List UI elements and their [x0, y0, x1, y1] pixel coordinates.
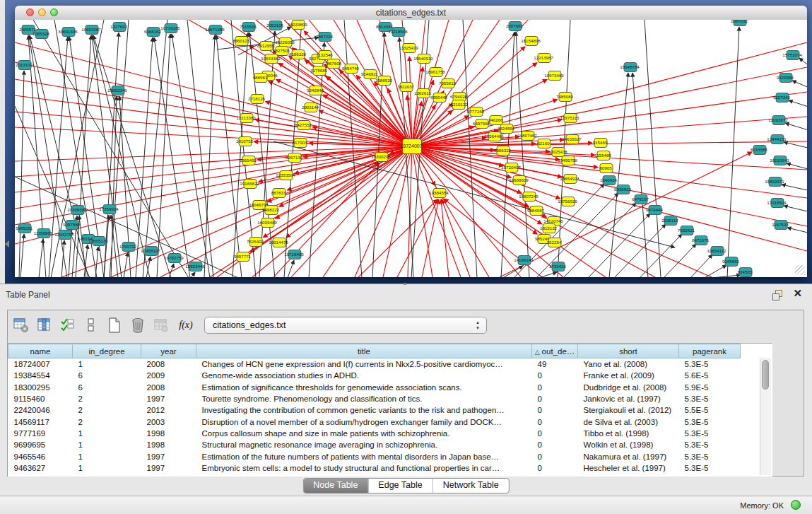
table-cell[interactable]: Franke et al. (2009)	[578, 370, 679, 381]
table-cell[interactable]: Embryonic stem cells: a model to study s…	[196, 462, 532, 474]
table-cell[interactable]: 2	[73, 393, 141, 404]
graph-node[interactable]: 1733426	[549, 262, 567, 271]
table-row[interactable]: 911546021997Tourette syndrome. Phenomeno…	[8, 393, 741, 404]
graph-node[interactable]: 19756928	[558, 197, 577, 206]
table-scrollbar[interactable]	[760, 358, 771, 475]
table-row[interactable]: 969969511998Structural magnetic resonanc…	[8, 439, 741, 450]
table-cell[interactable]: Nakamura et al. (1997)	[578, 450, 679, 462]
table-cell[interactable]: 5.3E-5	[679, 462, 741, 474]
graph-node[interactable]: 6466162	[144, 28, 162, 37]
table-cell[interactable]: Yano et al. (2008)	[578, 358, 679, 370]
graph-node[interactable]: 16961758	[425, 68, 445, 77]
graph-node[interactable]: 8938923	[614, 185, 632, 194]
table-select-dropdown[interactable]: citations_edges.txt ▲▼	[204, 317, 487, 334]
graph-node[interactable]: 2867608	[324, 59, 342, 69]
table-cell[interactable]: Investigating the contribution of common…	[196, 404, 532, 416]
graph-node[interactable]: 10543382	[261, 54, 281, 64]
row-height-icon[interactable]	[83, 317, 99, 333]
graph-node[interactable]: 2803144	[302, 103, 319, 112]
graph-node[interactable]: 30691406	[58, 28, 78, 37]
graph-node[interactable]: 18724007	[400, 139, 422, 154]
graph-node[interactable]: 924565	[738, 268, 753, 277]
graph-node[interactable]: 746266	[488, 116, 503, 125]
graph-node[interactable]: 7625402	[247, 238, 264, 247]
graph-node[interactable]: 8912955	[257, 42, 275, 51]
table-cell[interactable]: 49	[532, 358, 578, 370]
graph-node[interactable]: 9227343	[773, 93, 791, 103]
table-row[interactable]: 1456911722003Disruption of a novel membe…	[8, 416, 741, 427]
graph-node[interactable]: 2053106	[266, 21, 284, 30]
graph-node[interactable]: 9684067	[527, 206, 545, 216]
graph-node[interactable]: 20206586	[67, 206, 87, 215]
table-cell[interactable]: 2009	[141, 370, 196, 381]
table-cell[interactable]: Genome-wide association studies in ADHD.	[196, 370, 532, 381]
table-cell[interactable]: Tourette syndrome. Phenomenology and cla…	[196, 393, 532, 404]
table-cell[interactable]: Tibbo et al. (1998)	[578, 428, 679, 439]
table-cell[interactable]: 1	[73, 439, 141, 450]
table-cell[interactable]: 1	[73, 428, 141, 439]
graph-node[interactable]: 1155489	[594, 151, 611, 160]
graph-node[interactable]: 29053346	[107, 86, 127, 95]
graph-node[interactable]: 8660123	[233, 37, 250, 46]
table-row[interactable]: 1830029562008Estimation of significance …	[8, 382, 741, 393]
table-cell[interactable]: 2	[73, 416, 141, 427]
table-cell[interactable]: 1	[73, 450, 141, 462]
graph-node[interactable]: 1327602	[110, 23, 128, 32]
graph-node[interactable]: 6497568	[473, 119, 490, 129]
table-cell[interactable]: 18300295	[8, 382, 73, 393]
graph-node[interactable]: 1810755	[236, 137, 254, 146]
table-cell[interactable]: 5.6E-5	[679, 370, 741, 381]
graph-node[interactable]: 988961	[253, 74, 268, 83]
table-row[interactable]: 946362711997Embryonic stem cells: a mode…	[8, 462, 741, 474]
graph-node[interactable]: 14635627	[562, 135, 582, 144]
table-mode-icon[interactable]	[13, 317, 29, 333]
graph-node[interactable]: 12444151	[767, 135, 787, 144]
graph-node[interactable]: 2935114	[661, 216, 678, 226]
graph-node[interactable]: 7857224	[316, 33, 334, 42]
create-table-icon[interactable]	[107, 317, 122, 333]
table-cell[interactable]: 2003	[141, 416, 196, 427]
column-header-in_degree[interactable]: in_degree	[73, 344, 141, 358]
window-titlebar[interactable]: citations_edges.txt	[15, 6, 807, 21]
table-cell[interactable]: Stergiakouli et al. (2012)	[578, 404, 679, 416]
graph-node[interactable]: 2013100	[16, 61, 33, 70]
graph-node[interactable]: 8990448	[430, 93, 448, 103]
graph-node[interactable]: 8186328	[289, 50, 307, 59]
graph-node[interactable]: 14196141	[514, 256, 534, 265]
table-cell[interactable]: 1998	[141, 439, 196, 450]
table-cell[interactable]: Structural magnetic resonance image aver…	[196, 439, 532, 450]
table-cell[interactable]: 0	[532, 428, 578, 439]
graph-node[interactable]: 15716485	[284, 250, 304, 259]
graph-node[interactable]: 7986322	[494, 146, 512, 156]
graph-node[interactable]: 12353584	[276, 171, 295, 180]
show-columns-icon[interactable]	[37, 317, 52, 333]
table-cell[interactable]: 2008	[141, 358, 196, 370]
float-panel-icon[interactable]	[772, 290, 782, 300]
table-cell[interactable]: 0	[532, 416, 578, 427]
graph-node[interactable]: 9097588	[63, 221, 81, 230]
table-cell[interactable]: 0	[532, 393, 578, 404]
graph-node[interactable]: 9245652	[722, 257, 740, 267]
graph-node[interactable]: 7485083	[556, 93, 574, 102]
graph-node[interactable]: 19218596	[388, 28, 408, 37]
graph-node[interactable]: 3822037	[397, 83, 415, 92]
delete-table-icon[interactable]	[130, 317, 146, 333]
graph-node[interactable]: 9474444	[646, 206, 664, 215]
table-cell[interactable]: Changes of HCN gene expression and I(f) …	[196, 358, 532, 370]
graph-node[interactable]: 17359924	[99, 205, 119, 214]
table-cell[interactable]: 9463627	[8, 462, 73, 474]
graph-node[interactable]: 8267130	[286, 153, 303, 163]
graph-node[interactable]: 10653287	[81, 25, 101, 35]
table-row[interactable]: 946554611997Estimation of the future num…	[8, 450, 741, 462]
table-cell[interactable]: Dudbridge et al. (2008)	[578, 382, 679, 393]
graph-node[interactable]: 1965493	[240, 156, 257, 165]
graph-node[interactable]: 5985051	[16, 224, 33, 233]
table-cell[interactable]: 5.3E-5	[679, 416, 741, 427]
graph-node[interactable]: 19166822	[240, 180, 259, 189]
table-cell[interactable]: 0	[532, 439, 578, 450]
graph-node[interactable]: 10025438	[548, 148, 567, 157]
table-cell[interactable]: 0	[532, 404, 578, 416]
table-cell[interactable]: 9777169	[8, 428, 73, 439]
graph-node[interactable]: 10654112	[707, 247, 726, 256]
table-cell[interactable]: 5.3E-5	[679, 439, 741, 450]
